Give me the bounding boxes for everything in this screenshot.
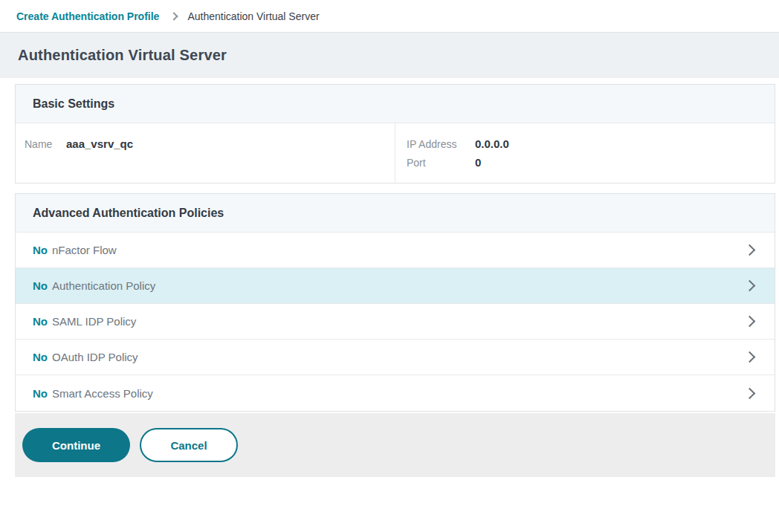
policy-row-smart-access-policy[interactable]: No Smart Access Policy — [16, 375, 775, 411]
policy-label: OAuth IDP Policy — [52, 351, 138, 363]
policy-row-oauth-idp-policy[interactable]: No OAuth IDP Policy — [16, 340, 775, 375]
chevron-right-icon — [744, 244, 756, 256]
chevron-right-icon — [744, 316, 756, 328]
basic-settings-title: Basic Settings — [33, 97, 114, 111]
port-label: Port — [407, 157, 475, 169]
advanced-policies-header: Advanced Authentication Policies — [16, 194, 775, 233]
policy-label: nFactor Flow — [52, 244, 117, 256]
chevron-right-icon — [744, 351, 756, 363]
ip-address-field: IP Address 0.0.0.0 — [407, 137, 775, 150]
policy-count: No — [33, 351, 48, 363]
screen: Create Authentication Profile Authentica… — [0, 0, 779, 532]
policy-count: No — [33, 244, 48, 256]
page-title-bar: Authentication Virtual Server — [0, 33, 779, 78]
policy-count: No — [33, 387, 48, 400]
policy-row-nfactor-flow[interactable]: No nFactor Flow — [16, 233, 775, 268]
policy-count: No — [33, 279, 48, 292]
chevron-right-icon — [744, 387, 756, 399]
advanced-policies-title: Advanced Authentication Policies — [33, 207, 224, 220]
name-label: Name — [25, 138, 66, 150]
name-value: aaa_vsrv_qc — [66, 137, 133, 150]
continue-button[interactable]: Continue — [22, 428, 130, 462]
policy-label: Authentication Policy — [52, 279, 155, 292]
action-bar: Continue Cancel — [15, 413, 775, 477]
chevron-right-icon — [744, 280, 756, 292]
basic-settings-card: Basic Settings Name aaa_vsrv_qc IP Addre… — [15, 84, 775, 184]
cancel-button[interactable]: Cancel — [140, 428, 238, 462]
policy-label: Smart Access Policy — [52, 387, 153, 400]
policy-row-saml-idp-policy[interactable]: No SAML IDP Policy — [16, 304, 775, 340]
basic-settings-header: Basic Settings — [16, 85, 775, 123]
port-field: Port 0 — [407, 156, 775, 169]
name-field: Name aaa_vsrv_qc — [25, 137, 395, 150]
basic-settings-body: Name aaa_vsrv_qc IP Address 0.0.0.0 Port… — [16, 123, 775, 183]
breadcrumb-current: Authentication Virtual Server — [187, 10, 319, 22]
basic-settings-left-column: Name aaa_vsrv_qc — [16, 123, 395, 183]
breadcrumb: Create Authentication Profile Authentica… — [0, 0, 779, 33]
basic-settings-right-column: IP Address 0.0.0.0 Port 0 — [395, 123, 775, 183]
policy-label: SAML IDP Policy — [52, 315, 136, 328]
advanced-authentication-policies-card: Advanced Authentication Policies No nFac… — [15, 193, 775, 412]
ip-address-label: IP Address — [407, 138, 475, 150]
policy-count: No — [33, 315, 48, 328]
port-value: 0 — [475, 156, 481, 169]
chevron-right-icon — [170, 12, 178, 20]
page-title: Authentication Virtual Server — [18, 47, 227, 64]
ip-address-value: 0.0.0.0 — [475, 137, 509, 150]
breadcrumb-link-create-authentication-profile[interactable]: Create Authentication Profile — [16, 10, 159, 22]
policy-row-authentication-policy[interactable]: No Authentication Policy — [16, 268, 775, 304]
